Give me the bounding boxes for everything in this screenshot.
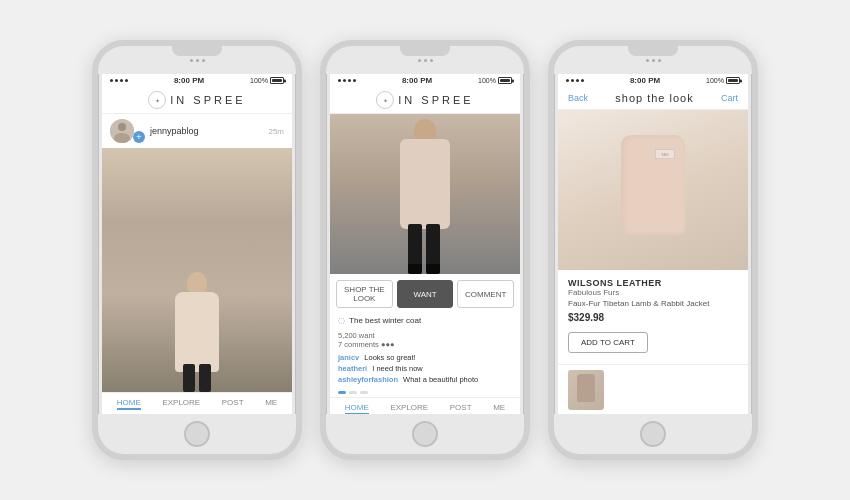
cart-button[interactable]: Cart xyxy=(721,93,738,103)
speaker-3 xyxy=(646,59,661,62)
product-image: TAG xyxy=(558,110,748,270)
caption-icon: ◌ xyxy=(338,316,345,325)
add-button[interactable]: + xyxy=(133,131,145,143)
phone-3-bottom xyxy=(554,414,752,454)
comment-text-2: I need this now xyxy=(372,364,422,373)
phone2-feed-image[interactable] xyxy=(330,114,520,274)
phone-1-screen: 8:00 PM 100% ✦ IN SPREE + jennypab xyxy=(102,74,292,414)
phone-1-bottom xyxy=(98,414,296,454)
stats-area: 5,200 want 7 comments ●●● xyxy=(330,329,520,351)
shop-header: Back shop the look Cart xyxy=(558,87,748,110)
phone-1: 8:00 PM 100% ✦ IN SPREE + jennypab xyxy=(92,40,302,460)
product-subtitle: Fabulous Furs xyxy=(568,288,738,297)
phone-3: 8:00 PM 100% Back shop the look Cart xyxy=(548,40,758,460)
speaker-2 xyxy=(418,59,433,62)
want-btn[interactable]: WANT xyxy=(397,280,454,308)
home-button-1[interactable] xyxy=(184,421,210,447)
comment-user-2: heatheri xyxy=(338,364,367,373)
nav-home-2[interactable]: HOME xyxy=(345,403,369,414)
phone-3-screen: 8:00 PM 100% Back shop the look Cart xyxy=(558,74,748,414)
caption-text: The best winter coat xyxy=(349,316,421,325)
nav-home-1[interactable]: HOME xyxy=(117,398,141,410)
comments-list: janicv Looks so great! heatheri I need t… xyxy=(330,351,520,388)
comment-user-3: ashleyforfashion xyxy=(338,375,398,384)
post-time: 25m xyxy=(268,127,284,136)
product-name: Faux-Fur Tibetan Lamb & Rabbit Jacket xyxy=(568,299,738,308)
status-bar-2: 8:00 PM 100% xyxy=(330,74,520,87)
product-thumbnail-row xyxy=(558,364,748,414)
home-button-2[interactable] xyxy=(412,421,438,447)
nav-me-1[interactable]: ME xyxy=(265,398,277,410)
add-to-cart-button[interactable]: ADD TO CART xyxy=(568,332,648,353)
comment-btn[interactable]: COMMENT xyxy=(457,280,514,308)
comments-count: 7 comments xyxy=(338,340,379,349)
avatar-1 xyxy=(110,119,134,143)
phone-2-bottom xyxy=(326,414,524,454)
battery-percent-3: 100% xyxy=(706,77,724,84)
product-details: WILSONS LEATHER Fabulous Furs Faux-Fur T… xyxy=(558,270,748,364)
action-buttons: SHOP THE LOOK WANT COMMENT xyxy=(330,274,520,312)
nav-explore-1[interactable]: EXPLORE xyxy=(162,398,200,410)
progress-dots xyxy=(330,388,520,397)
battery-icon-2 xyxy=(498,77,512,84)
status-time-1: 8:00 PM xyxy=(174,76,204,85)
coat-figure-1 xyxy=(167,272,227,392)
shop-the-look-btn[interactable]: SHOP THE LOOK xyxy=(336,280,393,308)
product-price: $329.98 xyxy=(568,312,738,323)
battery-icon-3 xyxy=(726,77,740,84)
product-brand: WILSONS LEATHER xyxy=(568,278,738,288)
back-button[interactable]: Back xyxy=(568,93,588,103)
nav-explore-2[interactable]: EXPLORE xyxy=(390,403,428,414)
battery-percent-2: 100% xyxy=(478,77,496,84)
nav-me-2[interactable]: ME xyxy=(493,403,505,414)
status-bar-3: 8:00 PM 100% xyxy=(558,74,748,87)
product-coat-visual: TAG xyxy=(613,125,693,255)
nav-post-1[interactable]: POST xyxy=(222,398,244,410)
comment-user-1: janicv xyxy=(338,353,359,362)
want-count: 5,200 want xyxy=(338,331,375,340)
battery-icon-1 xyxy=(270,77,284,84)
status-time-3: 8:00 PM xyxy=(630,76,660,85)
phone2-figure xyxy=(390,119,460,274)
post-username: jennypablog xyxy=(150,126,263,136)
comment-3: ashleyforfashion What a beautiful photo xyxy=(338,375,512,384)
bottom-nav-2: HOME EXPLORE POST ME xyxy=(330,397,520,414)
battery-percent-1: 100% xyxy=(250,77,268,84)
app-title-1: IN SPREE xyxy=(170,94,245,106)
bottom-nav-1: HOME EXPLORE POST ME xyxy=(102,392,292,414)
nav-post-2[interactable]: POST xyxy=(450,403,472,414)
phone-1-top-bar xyxy=(98,46,296,74)
phone-2-top-bar xyxy=(326,46,524,74)
product-thumb-image[interactable] xyxy=(568,370,604,410)
app-logo-2: ✦ xyxy=(376,91,394,109)
feed-image-1[interactable] xyxy=(102,148,292,392)
phone-3-top-bar xyxy=(554,46,752,74)
speaker xyxy=(190,59,205,62)
post-header: + jennypablog 25m xyxy=(102,114,292,148)
status-bar-1: 8:00 PM 100% xyxy=(102,74,292,87)
comment-2: heatheri I need this now xyxy=(338,364,512,373)
phone-2-screen: 8:00 PM 100% ✦ IN SPREE xyxy=(330,74,520,414)
caption-area: ◌ The best winter coat xyxy=(330,312,520,329)
status-time-2: 8:00 PM xyxy=(402,76,432,85)
home-button-3[interactable] xyxy=(640,421,666,447)
shop-the-look-title: shop the look xyxy=(615,92,693,104)
comment-text-3: What a beautiful photo xyxy=(403,375,478,384)
comment-1: janicv Looks so great! xyxy=(338,353,512,362)
phones-container: 8:00 PM 100% ✦ IN SPREE + jennypab xyxy=(72,20,778,480)
app-logo-1: ✦ xyxy=(148,91,166,109)
app-header-2: ✦ IN SPREE xyxy=(330,87,520,114)
comment-text-1: Looks so great! xyxy=(364,353,415,362)
app-header-1: ✦ IN SPREE xyxy=(102,87,292,114)
app-title-2: IN SPREE xyxy=(398,94,473,106)
phone-2: 8:00 PM 100% ✦ IN SPREE xyxy=(320,40,530,460)
